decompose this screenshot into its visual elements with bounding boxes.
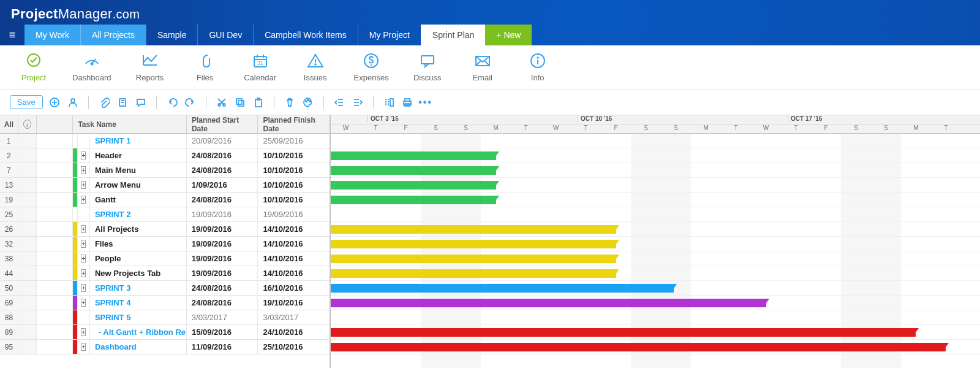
- task-name[interactable]: Header: [90, 148, 187, 163]
- project-tab[interactable]: Campbell Work Items: [253, 25, 358, 45]
- nav-calendar[interactable]: 31Calendar: [244, 52, 277, 82]
- nav-files[interactable]: Files: [189, 52, 222, 82]
- start-date[interactable]: 3/03/2017: [187, 310, 258, 324]
- task-name[interactable]: New Projects Tab: [90, 266, 187, 280]
- task-row[interactable]: 89+- Alt Gantt + Ribbon Revisio15/09/201…: [0, 325, 330, 340]
- start-date[interactable]: 19/09/2016: [187, 251, 258, 266]
- nav-project[interactable]: Project: [17, 52, 50, 82]
- start-date[interactable]: 19/09/2016: [187, 222, 258, 236]
- finish-date[interactable]: 10/10/2016: [258, 193, 330, 207]
- task-name[interactable]: Gantt: [90, 193, 187, 207]
- expand-toggle[interactable]: +: [78, 163, 90, 177]
- save-button[interactable]: Save: [10, 95, 43, 109]
- attach-icon[interactable]: [97, 96, 111, 109]
- header-start-date[interactable]: Planned Start Date: [187, 115, 258, 133]
- gantt-bar[interactable]: [331, 328, 916, 337]
- finish-date[interactable]: 24/10/2016: [258, 325, 330, 339]
- expand-toggle[interactable]: +: [78, 266, 90, 280]
- task-row[interactable]: 95+Dashboard11/09/201625/10/2016: [0, 340, 330, 355]
- redo-icon[interactable]: [184, 96, 197, 109]
- print-icon[interactable]: [401, 96, 414, 109]
- nav-expenses[interactable]: Expenses: [354, 52, 389, 82]
- start-date[interactable]: 19/09/2016: [187, 266, 258, 280]
- header-finish-date[interactable]: Planned Finish Date: [258, 115, 330, 133]
- nav-info[interactable]: Info: [521, 52, 554, 82]
- task-row[interactable]: 32+Files19/09/201614/10/2016: [0, 237, 330, 251]
- gantt-bar[interactable]: [331, 225, 616, 234]
- start-date[interactable]: 19/09/2016: [187, 237, 258, 251]
- finish-date[interactable]: 25/09/2016: [258, 134, 330, 148]
- nav-email[interactable]: Email: [466, 52, 499, 82]
- start-date[interactable]: 24/08/2016: [187, 296, 258, 310]
- person-icon[interactable]: [66, 96, 80, 109]
- expand-toggle[interactable]: +: [78, 296, 90, 310]
- finish-date[interactable]: 25/10/2016: [258, 340, 330, 354]
- task-row[interactable]: 19+Gantt24/08/201610/10/2016: [0, 193, 330, 207]
- task-row[interactable]: 38+People19/09/201614/10/2016: [0, 251, 330, 266]
- nav-issues[interactable]: Issues: [299, 52, 332, 82]
- header-info[interactable]: i: [18, 115, 37, 133]
- task-row[interactable]: 1SPRINT 120/09/201625/09/2016: [0, 134, 330, 148]
- menu-icon[interactable]: ≡: [0, 25, 24, 45]
- task-name[interactable]: Main Menu: [90, 163, 187, 177]
- finish-date[interactable]: 10/10/2016: [258, 148, 330, 163]
- expand-toggle[interactable]: +: [78, 222, 90, 236]
- task-name[interactable]: SPRINT 4: [90, 296, 187, 310]
- task-row[interactable]: 26+All Projects19/09/201614/10/2016: [0, 222, 330, 237]
- gantt-bar[interactable]: [331, 343, 946, 351]
- paste-icon[interactable]: [252, 96, 265, 109]
- tab-my-work[interactable]: My Work: [24, 25, 80, 45]
- project-tab[interactable]: Sample: [146, 25, 197, 45]
- expand-toggle[interactable]: +: [78, 281, 90, 295]
- gantt-bar[interactable]: [331, 166, 496, 175]
- task-name[interactable]: Dashboard: [90, 340, 187, 354]
- task-name[interactable]: SPRINT 1: [90, 134, 187, 148]
- start-date[interactable]: 1/09/2016: [187, 178, 258, 192]
- cut-icon[interactable]: [215, 96, 228, 109]
- task-name[interactable]: All Projects: [90, 222, 187, 236]
- more-icon[interactable]: •••: [419, 96, 432, 109]
- expand-toggle[interactable]: +: [78, 325, 90, 339]
- task-row[interactable]: 25SPRINT 219/09/201619/09/2016: [0, 207, 330, 222]
- start-date[interactable]: 24/08/2016: [187, 148, 258, 163]
- undo-icon[interactable]: [165, 96, 179, 109]
- new-tab-button[interactable]: + New: [485, 25, 532, 45]
- task-name[interactable]: SPRINT 2: [90, 207, 187, 221]
- task-row[interactable]: 50+SPRINT 324/08/201616/10/2016: [0, 281, 330, 296]
- finish-date[interactable]: 16/10/2016: [258, 281, 330, 295]
- timeline-body[interactable]: [331, 134, 980, 368]
- finish-date[interactable]: 14/10/2016: [258, 251, 330, 266]
- task-name[interactable]: - Alt Gantt + Ribbon Revisio: [90, 325, 187, 339]
- finish-date[interactable]: 14/10/2016: [258, 237, 330, 251]
- task-name[interactable]: SPRINT 5: [90, 310, 187, 324]
- columns-icon[interactable]: [382, 96, 396, 109]
- task-row[interactable]: 2+Header24/08/201610/10/2016: [0, 148, 330, 163]
- finish-date[interactable]: 14/10/2016: [258, 266, 330, 280]
- gantt-bar[interactable]: [331, 196, 496, 204]
- expand-toggle[interactable]: +: [78, 178, 90, 192]
- gantt-bar[interactable]: [331, 299, 766, 307]
- expand-toggle[interactable]: +: [78, 148, 90, 163]
- finish-date[interactable]: 14/10/2016: [258, 222, 330, 236]
- indent-icon[interactable]: [351, 96, 364, 109]
- finish-date[interactable]: 3/03/2017: [258, 310, 330, 324]
- task-row[interactable]: 44+New Projects Tab19/09/201614/10/2016: [0, 266, 330, 281]
- delete-icon[interactable]: [283, 96, 296, 109]
- start-date[interactable]: 24/08/2016: [187, 193, 258, 207]
- start-date[interactable]: 24/08/2016: [187, 281, 258, 295]
- expand-toggle[interactable]: +: [78, 340, 90, 354]
- project-tab[interactable]: My Project: [358, 25, 421, 45]
- gantt-bar[interactable]: [331, 284, 674, 293]
- start-date[interactable]: 15/09/2016: [187, 325, 258, 339]
- start-date[interactable]: 11/09/2016: [187, 340, 258, 354]
- task-name[interactable]: Arrow Menu: [90, 178, 187, 192]
- expand-toggle[interactable]: +: [78, 193, 90, 207]
- gantt-bar[interactable]: [331, 255, 616, 263]
- task-name[interactable]: Files: [90, 237, 187, 251]
- finish-date[interactable]: 10/10/2016: [258, 178, 330, 192]
- task-row[interactable]: 88SPRINT 53/03/20173/03/2017: [0, 310, 330, 325]
- nav-discuss[interactable]: Discuss: [411, 52, 444, 82]
- gantt-bar[interactable]: [331, 151, 496, 160]
- project-tab[interactable]: Sprint Plan: [421, 25, 485, 45]
- tab-all-projects[interactable]: All Projects: [80, 25, 146, 45]
